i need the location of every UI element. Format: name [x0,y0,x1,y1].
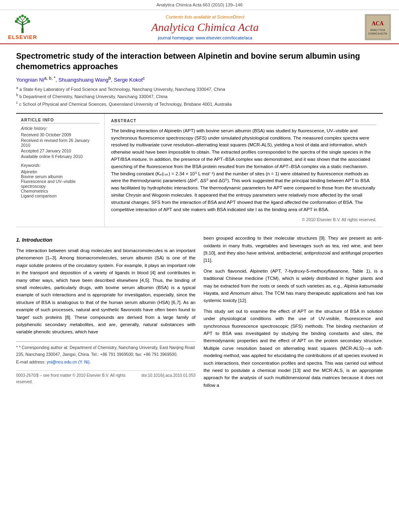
citation-bar: Analytica Chimica Acta 663 (2010) 139–14… [0,0,399,10]
body-right-para-3: This study set out to examine the effect… [204,308,383,389]
aca-logo-icon: ACA ANALYTICA CHIMICA ACTA [365,14,391,40]
svg-rect-15 [365,14,391,40]
bottom-left-text: 0003-2670/$ – see front matter © 2010 El… [16,372,141,385]
keyword-4: Chemometrics [21,189,99,193]
article-info-left: ARTICLE INFO Article history: Received 3… [16,114,105,227]
article-container: Spectrometric study of the interaction b… [0,44,399,400]
keyword-2: Bovine serum albumin [21,174,99,179]
abstract-heading: ABSTRACT [111,118,376,125]
svg-point-12 [19,16,21,18]
author3-name: Serge Kokot [114,77,143,83]
authors-line: Yongnian Nia, b, *, Shuangshuang Wangb, … [16,76,383,83]
history-received: Received 30 October 2009 [21,132,99,137]
author1-name: Yongnian Ni [16,77,44,83]
article-info-heading: ARTICLE INFO [21,118,99,123]
citation-text: Analytica Chimica Acta 663 (2010) 139–14… [156,2,243,7]
footnote-email-line: E-mail address: yni@ncu.edu.cn (Y. Ni). [16,359,195,366]
footnote-area: * * Corresponding author at: Department … [16,341,195,366]
svg-point-9 [27,20,30,23]
history-revised: Received in revised form 26 January 2010 [21,138,99,148]
history-accepted: Accepted 27 January 2010 [21,148,99,153]
affiliation-c: c c School of Physical and Chemical Scie… [16,100,383,107]
journal-header: ELSEVIER Contents lists available at Sci… [0,10,399,44]
elsevier-tree-icon [10,14,35,34]
bottom-right-text: doi:10.1016/j.aca.2010.01.053 [141,372,195,385]
author3-sup: c [143,76,145,80]
svg-point-10 [16,18,19,20]
affiliation-a: a a State Key Laboratory of Food Science… [16,85,383,92]
svg-line-7 [23,18,25,21]
article-info-grid: ARTICLE INFO Article history: Received 3… [16,113,383,228]
history-heading: Article history: [21,126,99,131]
body-right-para-2: One such flavonoid, Alpinetin (APT, 7-hy… [204,267,383,304]
bottom-bar: 0003-2670/$ – see front matter © 2010 El… [16,370,195,385]
svg-text:CHIMICA ACTA: CHIMICA ACTA [368,32,387,35]
svg-rect-0 [21,28,23,33]
svg-text:ANALYTICA: ANALYTICA [370,29,385,31]
footnote-star-line: * * Corresponding author at: Department … [16,344,195,358]
history-available: Available online 6 February 2010 [21,154,99,159]
svg-text:ACA: ACA [372,21,384,27]
body-right-para-1: been grouped according to their molecula… [204,234,383,264]
author2-name: Shuangshuang Wang [58,77,109,83]
svg-point-8 [15,20,18,23]
abstract-section: ABSTRACT The binding interaction of Alpi… [105,114,383,227]
keyword-5: Ligand comparison [21,193,99,198]
affiliations: a a State Key Laboratory of Food Science… [16,85,383,107]
svg-line-6 [21,18,23,21]
svg-point-13 [24,16,26,18]
affiliation-b: b b Department of Chemistry, Nanchang Un… [16,92,383,100]
keyword-1: Alpinetin [21,169,99,174]
elsevier-name: ELSEVIER [8,34,37,40]
body-left-para-1: The interaction between small drug molec… [16,247,195,336]
keywords-heading: Keywords: [21,163,99,168]
svg-point-14 [21,14,24,17]
author1-sup: a, b, * [44,76,56,80]
journal-homepage: journal homepage: www.elsevier.com/locat… [45,35,365,40]
sciencedirect-label: Contents lists available at ScienceDirec… [45,14,365,19]
copyright-line: © 2010 Elsevier B.V. All rights reserved… [111,217,376,223]
elsevier-logo: ELSEVIER [8,14,37,40]
abstract-text: The binding interaction of Alpinetin (AP… [111,127,376,214]
body-right-column: been grouped according to their molecula… [204,234,383,392]
aca-logo: ACA ANALYTICA CHIMICA ACTA [365,14,391,40]
journal-name: Analytica Chimica Acta [45,21,365,34]
svg-point-11 [26,18,29,20]
journal-title-block: Contents lists available at ScienceDirec… [45,14,365,40]
article-title: Spectrometric study of the interaction b… [16,51,383,72]
body-content: 1. Introduction The interaction between … [16,234,383,392]
keyword-3: Fluorescence and UV–visible spectroscopy [21,179,99,189]
section1-heading: 1. Introduction [16,236,195,244]
body-left-column: 1. Introduction The interaction between … [16,234,195,392]
author2-sup: b [109,76,111,80]
